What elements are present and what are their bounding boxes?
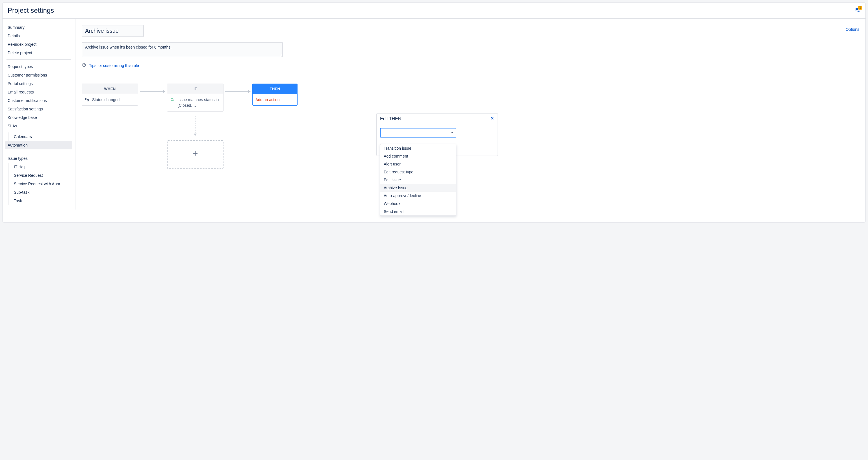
sidebar-heading-issue-types: Issue types	[5, 154, 72, 163]
app-window: Project settings 1 SummaryDetailsRe-inde…	[2, 2, 866, 223]
notification-button[interactable]: 1	[855, 7, 860, 14]
svg-marker-5	[163, 90, 165, 93]
chevron-down-icon	[451, 130, 454, 135]
sidebar-item[interactable]: IT Help	[11, 163, 72, 171]
edit-then-panel: Edit THEN Transition issueAdd commentAle…	[376, 113, 498, 156]
arrow-right-icon	[138, 86, 167, 97]
search-icon	[170, 97, 175, 102]
when-block[interactable]: WHEN Status changed	[82, 84, 138, 106]
arrow-right-icon	[223, 86, 252, 97]
sidebar: SummaryDetailsRe-index projectDelete pro…	[3, 19, 75, 209]
sidebar-item[interactable]: Request types	[5, 62, 72, 71]
dropdown-option[interactable]: Transition issue	[380, 144, 456, 152]
page-title: Project settings	[8, 6, 54, 14]
sidebar-item[interactable]: Knowledge base	[5, 113, 72, 122]
sidebar-item[interactable]: Delete project	[5, 48, 72, 57]
sidebar-item[interactable]: Re-index project	[5, 40, 72, 48]
rule-description-input[interactable]	[82, 42, 283, 57]
sidebar-item[interactable]: Customer permissions	[5, 71, 72, 79]
add-condition-button[interactable]	[167, 140, 223, 169]
sidebar-item[interactable]: Summary	[5, 23, 72, 32]
dropdown-option[interactable]: Add comment	[380, 152, 456, 160]
dropdown-option[interactable]: Send email	[380, 207, 456, 216]
action-select[interactable]	[380, 128, 456, 137]
svg-line-7	[173, 100, 174, 101]
svg-rect-3	[87, 99, 89, 101]
then-block[interactable]: THEN Add an action	[252, 84, 298, 106]
sidebar-item[interactable]: Customer notifications	[5, 96, 72, 105]
svg-rect-2	[86, 98, 87, 100]
tips-link[interactable]: Tips for customizing this rule	[89, 63, 139, 68]
then-heading: THEN	[253, 84, 297, 94]
sidebar-item[interactable]: Satisfaction settings	[5, 105, 72, 113]
body: SummaryDetailsRe-index projectDelete pro…	[3, 19, 865, 209]
sidebar-item[interactable]: Service Request	[11, 171, 72, 179]
rule-name-input[interactable]	[82, 25, 144, 37]
feedback-icon	[855, 9, 860, 14]
sidebar-item[interactable]: Task	[11, 197, 72, 205]
dropdown-option[interactable]: Auto-approve/decline	[380, 192, 456, 200]
sidebar-item[interactable]: Details	[5, 32, 72, 40]
action-dropdown: Transition issueAdd commentAlert userEdi…	[380, 144, 456, 216]
dropdown-option[interactable]: Webhook	[380, 200, 456, 207]
when-text: Status changed	[92, 97, 120, 102]
help-icon	[82, 63, 86, 68]
sidebar-item[interactable]: Portal settings	[5, 79, 72, 88]
rule-header-row: Options	[82, 25, 859, 37]
dropdown-option[interactable]: Edit issue	[380, 176, 456, 184]
content: Options Tips for customizing this rule W…	[75, 19, 865, 209]
svg-marker-9	[194, 134, 197, 136]
if-text: Issue matches status in (Closed,…	[178, 97, 220, 108]
notification-badge: 1	[858, 6, 862, 10]
sidebar-item[interactable]: SLAs	[5, 122, 72, 130]
if-heading: IF	[167, 84, 223, 94]
svg-point-6	[171, 98, 173, 101]
topbar: Project settings 1	[3, 3, 865, 19]
status-icon	[85, 97, 89, 102]
close-icon[interactable]	[490, 116, 494, 122]
sidebar-item[interactable]: Email requests	[5, 88, 72, 96]
dropdown-option[interactable]: Archive Issue	[380, 184, 456, 192]
panel-title: Edit THEN	[380, 116, 401, 122]
then-text: Add an action	[255, 97, 280, 102]
svg-marker-13	[248, 90, 251, 93]
sidebar-item[interactable]: Service Request with Appr…	[11, 179, 72, 188]
if-block[interactable]: IF Issue matches status in (Closed,…	[167, 84, 223, 111]
dropdown-option[interactable]: Edit request type	[380, 168, 456, 176]
plus-icon	[192, 150, 198, 159]
sidebar-divider	[6, 59, 71, 60]
sidebar-item-automation[interactable]: Automation	[5, 141, 72, 150]
sidebar-item[interactable]: Sub-task	[11, 188, 72, 197]
options-link[interactable]: Options	[846, 25, 859, 32]
sidebar-item[interactable]: Calendars	[11, 132, 72, 141]
arrow-down-icon	[193, 116, 197, 136]
svg-point-1	[84, 66, 84, 66]
when-heading: WHEN	[82, 84, 138, 94]
panel-divider	[377, 124, 498, 124]
dropdown-option[interactable]: Alert user	[380, 160, 456, 168]
